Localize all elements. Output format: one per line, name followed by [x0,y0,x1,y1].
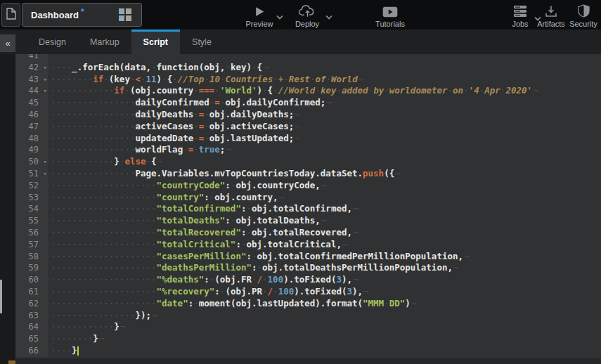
code-content[interactable]: ····_.forEach(data,·function(obj,·key)·{… [48,54,601,357]
code-line[interactable]: ····················"totalDeaths":·obj.t… [51,215,601,227]
collapse-left-icon: « [5,38,10,48]
text-cursor [77,346,79,356]
left-panel-strip [0,54,15,364]
code-line[interactable]: ················updatedDate·=·obj.lastUp… [51,133,601,145]
download-artifacts-icon [545,4,557,18]
code-line[interactable]: ····················"totalCritical":·obj… [51,239,601,251]
line-number: 42▾ [15,62,48,74]
jobs-stack-icon [513,4,527,18]
line-number: 57 [15,239,48,251]
shield-icon [578,4,590,18]
code-line[interactable]: ····················"date":·moment(obj.l… [51,298,601,310]
code-line[interactable]: ····················"%recovery":·(obj.PR… [51,286,601,298]
line-number: 58 [15,251,48,263]
deploy-button[interactable]: Deploy [292,4,322,28]
code-line[interactable]: ········}¬ [51,333,601,345]
line-number: 53 [15,192,48,204]
horizontal-scrollbar-track[interactable] [15,358,601,364]
code-line[interactable]: ············if·(obj.country·===·'World')… [51,85,601,97]
tab-script[interactable]: Script [131,30,180,54]
cloud-upload-icon [299,4,316,18]
line-number: 64 [15,321,48,333]
deploy-dropdown-chevron-icon[interactable] [325,10,332,22]
line-number: 47 [15,121,48,133]
fold-arrow-icon[interactable]: ▾ [44,168,47,180]
code-line[interactable]: ················dailyDeaths·=·obj.dailyD… [51,109,601,121]
code-line[interactable]: ················worldFlag·=·true;¬ [51,144,601,156]
line-number: 52 [15,180,48,192]
video-tutorial-icon [382,4,398,18]
line-number: 43▾ [15,74,48,86]
line-number: 65 [15,333,48,345]
page-icon-button[interactable] [1,3,20,27]
tab-markup[interactable]: Markup [78,30,131,54]
artifacts-button[interactable]: Artifacts [536,4,567,28]
app-window: Dashboard * Preview Deploy [0,0,601,364]
preview-dropdown-chevron-icon[interactable] [276,10,283,22]
fold-arrow-icon[interactable]: ▾ [44,74,47,86]
line-number: 50▾ [15,156,48,168]
line-number: 49 [15,144,48,156]
code-line[interactable]: ····················"%deaths":·(obj.FR·/… [51,274,601,286]
fold-arrow-icon[interactable]: ▾ [44,85,47,97]
code-line[interactable] [51,54,601,62]
code-line[interactable]: ············}·else·{¬ [51,156,601,168]
gutter: 4142▾43▾44▾454647484950▾51▾5253545556575… [15,54,48,357]
tab-style[interactable]: Style [180,30,224,54]
fold-arrow-icon[interactable]: ▾ [44,62,47,74]
code-line[interactable]: ················Page.Variables.mvTopCoun… [51,168,601,180]
top-bar: Dashboard * Preview Deploy [0,0,601,30]
page-selector[interactable]: Dashboard * [22,3,142,27]
code-line[interactable]: ····················"totalRecovered":·ob… [51,227,601,239]
collapse-panel-button[interactable]: « [0,34,15,52]
script-editor[interactable]: 4142▾43▾44▾454647484950▾51▾5253545556575… [15,54,601,358]
tab-design[interactable]: Design [27,30,78,54]
line-number: 63 [15,310,48,322]
code-line[interactable]: ····················"country":·obj.count… [51,192,601,204]
code-line[interactable]: ····_.forEach(data,·function(obj,·key)·{… [51,62,601,74]
code-line[interactable]: ····················"casesPerMillion":·o… [51,251,601,263]
page-icon [6,8,16,22]
line-number: 41 [15,54,48,62]
line-number: 44▾ [15,85,48,97]
fold-arrow-icon[interactable]: ▾ [44,156,47,168]
pages-grid-icon [119,8,131,21]
line-number: 45 [15,97,48,109]
code-line[interactable]: ····} [51,345,601,357]
line-number: 55 [15,215,48,227]
line-number: 51▾ [15,168,48,180]
line-number: 59 [15,262,48,274]
line-number: 61 [15,286,48,298]
tutorials-button[interactable]: Tutorials [373,4,408,28]
jobs-button[interactable]: Jobs [508,4,533,28]
line-number: 60 [15,274,48,286]
code-line[interactable]: ················dailyConfirmed·=·obj.dai… [51,97,601,109]
line-number: 48 [15,133,48,145]
line-number: 56 [15,227,48,239]
preview-button[interactable]: Preview [245,4,274,28]
code-line[interactable]: ········if·(key·<·11)·{·//Top·10·Countri… [51,74,601,86]
line-number: 54 [15,203,48,215]
page-title: Dashboard [31,10,79,20]
line-number: 46 [15,109,48,121]
play-icon [254,4,266,18]
line-number: 62 [15,298,48,310]
code-line[interactable]: ····················"countryCode":·obj.c… [51,180,601,192]
line-number: 66 [15,345,48,357]
left-scrollbar-handle[interactable] [0,280,2,313]
code-line[interactable]: ····················"totalConfirmed":·ob… [51,203,601,215]
code-line[interactable]: ············}¬ [51,321,601,333]
security-button[interactable]: Security [568,4,599,28]
code-line[interactable]: ················});¬ [51,310,601,322]
code-line[interactable]: ····················"deathsPerMillion":·… [51,262,601,274]
editor-tab-bar: « Design Markup Script Style [0,30,601,54]
modified-indicator: * [81,7,84,17]
code-line[interactable]: ················activeCases·=·obj.active… [51,121,601,133]
